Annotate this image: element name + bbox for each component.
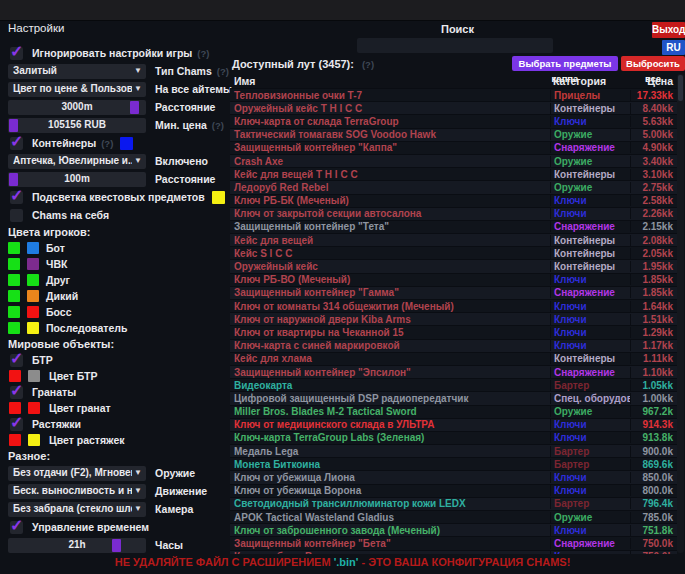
loot-table-row[interactable]: Оружейный кейс T H I C CКонтейнеры8.40kk <box>230 102 677 115</box>
world-color-swatch-1[interactable] <box>9 434 21 446</box>
loot-table-row[interactable]: Ключ от закрытой секции автосалонаКлючи2… <box>230 208 677 221</box>
help-hint[interactable]: (?) <box>101 138 113 149</box>
drop-all-button[interactable]: Выбросить все <box>621 56 685 71</box>
help-hint[interactable]: (?) <box>212 120 224 131</box>
loot-table-row[interactable]: Оружейный кейсКонтейнеры1.95kk <box>230 260 677 273</box>
chams-self-checkbox[interactable]: ✓ <box>10 209 23 222</box>
help-hint[interactable]: (?) <box>197 48 209 59</box>
loot-table-row[interactable]: Тактический томагавк SOG Voodoo HawkОруж… <box>230 129 677 142</box>
item-price: 2.75kk <box>630 182 677 193</box>
player-color-swatch-visible[interactable] <box>8 322 20 334</box>
item-name: APOK Tactical Wasteland Gladius <box>230 512 550 523</box>
exit-button[interactable]: Выход <box>652 22 685 38</box>
scrollbar-thumb[interactable] <box>678 75 683 101</box>
player-color-swatch-type[interactable] <box>27 306 39 318</box>
help-hint[interactable]: (?) <box>217 66 229 77</box>
enabled-filter-dropdown[interactable]: Аптечка, Ювелирные и... ▼ <box>8 154 146 169</box>
table-scrollbar[interactable] <box>677 74 684 553</box>
quest-highlight-checkbox[interactable]: ✓ <box>10 191 23 204</box>
loot-table-row[interactable]: Защищенный контейнер "Бета"Снаряжение750… <box>230 537 677 550</box>
loot-table-row[interactable]: Монета БиткоинаБартер869.6k <box>230 458 677 471</box>
player-color-swatch-type[interactable] <box>27 322 39 334</box>
slider-handle[interactable] <box>9 173 18 186</box>
world-color-swatch-2[interactable] <box>28 434 40 446</box>
loot-table-row[interactable]: Кейс для вещейКонтейнеры2.08kk <box>230 234 677 247</box>
player-color-swatch-visible[interactable] <box>8 242 20 254</box>
world-object-checkbox[interactable]: ✓ <box>10 418 23 431</box>
all-items-row: Цвет по цене & Пользователь ▼ На все айт… <box>8 80 226 98</box>
player-color-swatch-visible[interactable] <box>8 258 20 270</box>
time-control-checkbox[interactable]: ✓ <box>10 521 23 534</box>
loot-table-row[interactable]: Ключ от заброшенного завода (Меченый)Клю… <box>230 524 677 537</box>
chams-type-dropdown[interactable]: Залитый ▼ <box>8 64 146 79</box>
item-name: Тепловизионные очки T-7 <box>230 90 550 101</box>
loot-table-row[interactable]: Цифровой защищенный DSP радиопередатчикС… <box>230 392 677 405</box>
ignore-game-settings-checkbox[interactable]: ✓ <box>10 47 23 60</box>
all-items-dropdown[interactable]: Цвет по цене & Пользователь ▼ <box>8 82 146 97</box>
player-color-swatch-type[interactable] <box>27 242 39 254</box>
loot-table-row[interactable]: Ключ-карта TerraGroup Labs (Зеленая)Ключ… <box>230 432 677 445</box>
min-price-slider[interactable]: 105156 RUB <box>8 118 146 133</box>
player-color-swatch-type[interactable] <box>27 290 39 302</box>
camera-dropdown[interactable]: Без забрала (стекло шлема) ▼ <box>8 502 146 517</box>
quest-color-swatch[interactable] <box>212 191 225 204</box>
loot-table-row[interactable]: Кейс S I C CКонтейнеры2.05kk <box>230 247 677 260</box>
player-color-swatch-type[interactable] <box>27 258 39 270</box>
loot-table-row[interactable]: Ключ-карта от склада TerraGroupКлючи5.63… <box>230 115 677 128</box>
item-price: 967.2k <box>630 406 677 417</box>
column-header-price: Цена <box>630 75 677 87</box>
world-object-checkbox[interactable]: ✓ <box>10 386 23 399</box>
quest-highlight-row: ✓ Подсветка квестовых предметов <box>8 188 226 206</box>
loot-table-row[interactable]: Кейс для вещей T H I C CКонтейнеры3.10kk <box>230 168 677 181</box>
loot-table-row[interactable]: Ключ от убежища ЛионаКлючи850.0k <box>230 471 677 484</box>
item-category: Ключи <box>550 340 630 351</box>
loot-table-row[interactable]: Ключ от убежища ВоронаКлючи800.0k <box>230 485 677 498</box>
loot-table-row[interactable]: Ключ от квартиры на Чеканной 15Ключи1.29… <box>230 326 677 339</box>
slider-handle[interactable] <box>130 101 139 114</box>
world-object-checkbox[interactable]: ✓ <box>10 354 23 367</box>
distance-slider[interactable]: 3000m <box>8 100 146 115</box>
loot-table-row[interactable]: Защищенный контейнер "Каппа"Снаряжение4.… <box>230 142 677 155</box>
slider-handle[interactable] <box>9 119 18 132</box>
loot-table-row[interactable]: Crash AxeОружие3.40kk <box>230 155 677 168</box>
language-button[interactable]: RU <box>662 40 685 55</box>
world-color-swatch-2[interactable] <box>28 370 40 382</box>
loot-table-row[interactable]: APOK Tactical Wasteland GladiusОружие785… <box>230 511 677 524</box>
loot-table-row[interactable]: Ледоруб Red RebelОружие2.75kk <box>230 181 677 194</box>
loot-table-row[interactable]: Защищенный контейнер "Эпсилон"Снаряжение… <box>230 366 677 379</box>
loot-table-row[interactable]: Ключ от комнаты 314 общежития (Меченый)К… <box>230 300 677 313</box>
loot-table-row[interactable]: Тепловизионные очки T-7Прицелы17.33kk <box>230 89 677 102</box>
player-color-swatch-visible[interactable] <box>8 306 20 318</box>
help-hint[interactable]: (?) <box>362 59 374 70</box>
loot-table-row[interactable]: ВидеокартаБартер1.05kk <box>230 379 677 392</box>
loot-table-row[interactable]: Miller Bros. Blades M-2 Tactical SwordОр… <box>230 406 677 419</box>
misc-title: Разное: <box>8 449 226 464</box>
column-header-category: Категория <box>550 75 630 87</box>
loot-table-row[interactable]: Ключ РБ-ВО (Меченый)Ключи1.85kk <box>230 274 677 287</box>
player-color-swatch-visible[interactable] <box>8 274 20 286</box>
search-input[interactable] <box>357 38 553 53</box>
player-color-swatch-type[interactable] <box>27 274 39 286</box>
chams-type-row: Залитый ▼ Тип Chams (?) <box>8 62 226 80</box>
player-color-swatch-visible[interactable] <box>8 290 20 302</box>
select-kappa-items-button[interactable]: Выбрать предметы каппа <box>512 56 618 71</box>
distance2-slider[interactable]: 100m <box>8 172 146 187</box>
loot-table-row[interactable]: Светодиодный трансиллюминатор кожи LEDXБ… <box>230 498 677 511</box>
loot-table-row[interactable]: Кейс для хламаКонтейнеры1.11kk <box>230 353 677 366</box>
item-category: Снаряжение <box>550 538 630 549</box>
weapon-dropdown[interactable]: Без отдачи (F2), Мгновенное п ▼ <box>8 466 146 481</box>
world-object-color-row: Цвет растяжек <box>8 432 226 448</box>
loot-table-row[interactable]: Ключ от медицинского склада в УЛЬТРАКлюч… <box>230 419 677 432</box>
loot-table-row[interactable]: Ключ от наружной двери Kiba ArmsКлючи1.5… <box>230 313 677 326</box>
slider-handle[interactable] <box>112 539 121 552</box>
loot-table-row[interactable]: Ключ-карта с синей маркировкойКлючи1.17k… <box>230 340 677 353</box>
quest-highlight-label: Подсветка квестовых предметов <box>32 191 205 203</box>
containers-checkbox[interactable]: ✓ <box>10 137 23 150</box>
loot-table-row[interactable]: Защищенный контейнер "Гамма"Снаряжение1.… <box>230 287 677 300</box>
containers-color-swatch[interactable] <box>120 137 133 150</box>
loot-table-row[interactable]: Ключ РБ-БК (Меченый)Ключи2.58kk <box>230 195 677 208</box>
movement-dropdown[interactable]: Беск. выносливость и нет уста ▼ <box>8 484 146 499</box>
loot-table-row[interactable]: Защищенный контейнер "Тета"Снаряжение2.1… <box>230 221 677 234</box>
loot-table-row[interactable]: Медаль LegaБартер900.0k <box>230 445 677 458</box>
world-color-swatch-2[interactable] <box>28 402 40 414</box>
